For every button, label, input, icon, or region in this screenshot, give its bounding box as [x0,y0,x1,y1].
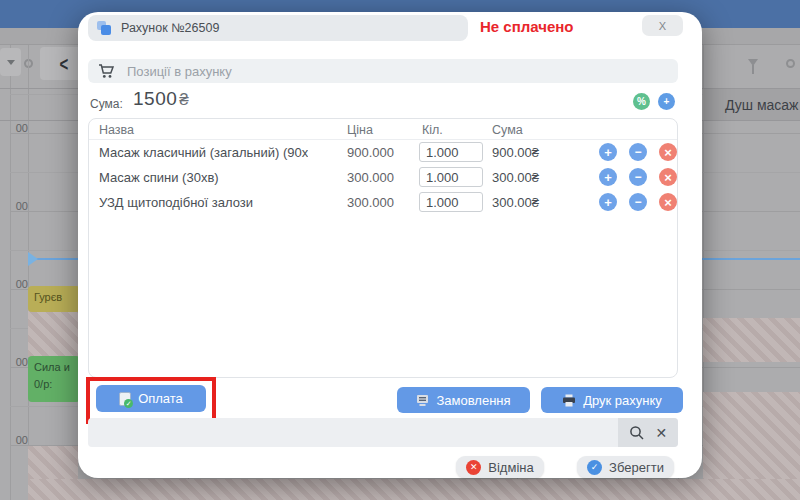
item-name: Масаж спини (30хв) [99,170,219,185]
busy-slot [703,318,800,362]
decrease-qty-button[interactable] [629,143,647,161]
busy-slot [28,446,78,480]
item-name: Масаж класичний (загальний) (90х [99,145,308,160]
table-row: Масаж спини (30хв) 300.000 300.00₴ [89,165,677,190]
time-label: 00 [6,122,28,134]
calendar-event[interactable]: Сила и 0/р: [28,356,80,402]
qty-input[interactable] [419,192,483,212]
increase-qty-button[interactable] [599,193,617,211]
payment-check-icon: ✓ [119,392,131,406]
event-title: Сила и [34,359,74,376]
item-sum: 300.00₴ [492,195,539,210]
sum-value: 1500₴ [133,88,189,110]
invoice-icon [97,21,112,36]
currency-symbol: ₴ [179,90,189,109]
pay-button[interactable]: ✓ Оплата [96,385,206,412]
table-header-row: Назва Ціна Кіл. Сума [89,119,677,140]
resource-column-header[interactable]: Душ масаж [703,89,800,120]
event-title: Гурєв [34,291,62,303]
refresh-icon [786,59,795,68]
invoice-items-table: Назва Ціна Кіл. Сума Масаж класичний (за… [88,118,678,378]
event-subtitle: 0/р: [34,376,74,393]
qty-input[interactable] [419,167,483,187]
add-item-button[interactable]: + [658,93,675,110]
item-name: УЗД щитоподібної залози [99,195,253,210]
print-invoice-button[interactable]: Друк рахунку [541,387,683,413]
filter-icon [748,59,758,66]
discount-percent-button[interactable]: % [633,93,650,110]
item-price: 300.000 [347,195,394,210]
save-check-icon: ✓ [587,460,602,475]
current-time-marker-icon [28,252,38,266]
table-row: УЗД щитоподібної залози 300.000 300.00₴ [89,190,677,215]
cart-icon [98,63,115,79]
grid-line [10,45,11,500]
item-sum: 900.00₴ [492,145,539,160]
delete-item-button[interactable] [659,143,677,161]
items-search-placeholder: Позиції в рахунку [127,64,232,79]
item-price: 900.000 [347,145,394,160]
order-icon [416,394,429,407]
item-sum: 300.00₴ [492,170,539,185]
busy-slot [28,479,800,500]
time-label: 00 [6,434,28,446]
sum-label: Сума: [90,97,123,111]
clear-search-icon[interactable]: ✕ [656,425,668,441]
time-label: 00 [6,278,28,290]
decrease-qty-button[interactable] [629,193,647,211]
qty-input[interactable] [419,142,483,162]
printer-icon [562,394,576,407]
column-header-qty: Кіл. [422,123,443,137]
search-icon[interactable] [629,425,645,441]
order-button[interactable]: Замовлення [397,387,530,413]
column-header-name: Назва [99,123,134,137]
increase-qty-button[interactable] [599,143,617,161]
time-label: 00 [6,356,28,368]
delete-item-button[interactable] [659,168,677,186]
invoice-title-chip: Рахунок №26509 [88,15,468,41]
time-label: 00 [6,200,28,212]
close-button[interactable]: X [642,15,683,36]
invoice-modal: Рахунок №26509 Не сплачено X Позиції в р… [78,12,702,478]
items-search-field[interactable]: Позиції в рахунку [88,59,678,83]
cancel-x-icon: ✕ [466,460,481,475]
cancel-button[interactable]: ✕ Відміна [456,456,544,478]
increase-qty-button[interactable] [599,168,617,186]
column-header-sum: Сума [492,123,523,137]
bottom-search-input[interactable]: ✕ [88,418,678,447]
busy-slot [28,305,78,357]
decrease-qty-button[interactable] [629,168,647,186]
date-dropdown[interactable] [0,48,21,76]
search-controls: ✕ [618,418,678,447]
delete-item-button[interactable] [659,193,677,211]
chevron-down-icon [7,60,15,65]
grid-line [28,45,29,500]
item-price: 300.000 [347,170,394,185]
calendar-event[interactable]: Гурєв [28,286,80,312]
save-button[interactable]: ✓ Зберегти [577,456,674,478]
table-row: Масаж класичний (загальний) (90х 900.000… [89,140,677,165]
payment-status: Не сплачено [480,18,574,35]
column-header-price: Ціна [347,123,373,137]
chevron-left-icon: < [60,52,69,74]
invoice-title: Рахунок №26509 [121,21,219,35]
